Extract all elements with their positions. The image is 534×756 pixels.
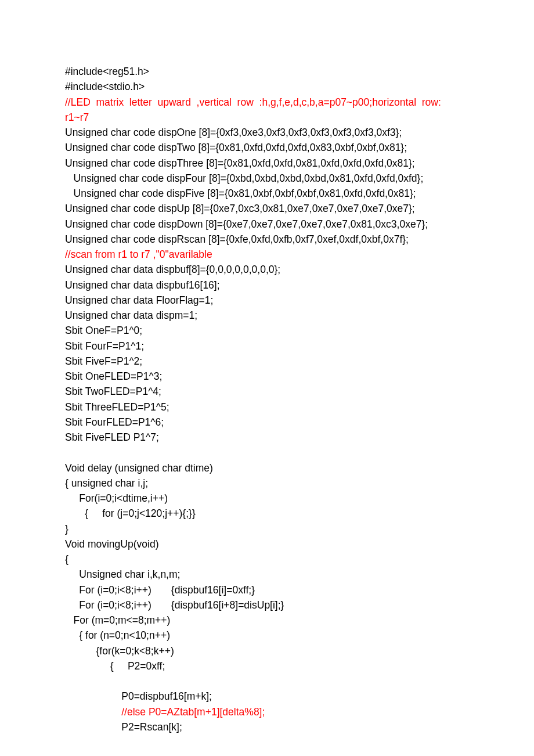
- code-line: Sbit FourFLED=P1^6;: [65, 415, 469, 430]
- code-text-run: Sbit FourFLED=P1^6;: [65, 416, 164, 428]
- code-text-run: For(i=0;i<dtime,i++): [65, 492, 168, 504]
- code-line: Unsigned char code dispDown [8]={0xe7,0x…: [65, 217, 469, 232]
- code-line: }: [65, 521, 469, 537]
- code-text-run: For (i=0;i<8;i++) {dispbuf16[i+8]=disUp[…: [65, 599, 284, 611]
- code-text-run: Unsigned char code dispRscan [8]={0xfe,0…: [65, 233, 409, 245]
- code-text-run: Unsigned char data dispbuf[8]={0,0,0,0,0…: [65, 264, 280, 275]
- code-line: Unsigned char code dispUp [8]={0xe7,0xc3…: [65, 201, 469, 216]
- code-text-run: #include<stdio.h>: [65, 81, 145, 92]
- code-text-run: Sbit FourF=P1^1;: [65, 340, 144, 352]
- code-line: Sbit OneF=P1^0;: [65, 323, 469, 338]
- code-text-run: Unsigned char code dispOne [8]={0xf3,0xe…: [65, 127, 402, 138]
- code-text-run: P2=Rscan[k];: [65, 721, 182, 733]
- code-text-run: #include<reg51.h>: [65, 66, 149, 77]
- code-line: Unsigned char code dispOne [8]={0xf3,0xe…: [65, 125, 469, 140]
- code-line: For(i=0;i<dtime,i++): [65, 491, 469, 506]
- code-line: { for (n=0;n<10;n++): [65, 628, 469, 643]
- code-text-content: #include<reg51.h>#include<stdio.h>//LED …: [65, 64, 469, 735]
- code-line: { for (j=0;j<120;j++){;}}: [65, 506, 469, 521]
- code-line: r1~r7: [65, 110, 469, 125]
- code-text-run: { P2=0xff;: [65, 660, 165, 672]
- code-line: For (m=0;m<=8;m++): [65, 613, 469, 628]
- code-text-run: Void movingUp(void): [65, 538, 158, 550]
- code-text-run: Unsigned char code dispFive [8]={0x81,0x…: [65, 188, 416, 199]
- code-text-run: Unsigned char data FloorFlag=1;: [65, 294, 213, 306]
- code-line: {: [65, 552, 469, 567]
- code-line: Sbit ThreeFLED=P1^5;: [65, 399, 469, 415]
- code-text-run: {: [65, 553, 68, 565]
- code-line: Sbit FiveF=P1^2;: [65, 354, 469, 369]
- code-line: Unsigned char code dispRscan [8]={0xfe,0…: [65, 232, 469, 247]
- code-line: Unsigned char code dispTwo [8]={0x81,0xf…: [65, 140, 469, 155]
- code-text-run: r1~r7: [65, 111, 89, 123]
- code-line: For (i=0;i<8;i++) {dispbuf16[i+8]=disUp[…: [65, 597, 469, 613]
- code-text-run: Unsigned char code dispTwo [8]={0x81,0xf…: [65, 142, 407, 153]
- code-text-run: Void delay (unsigned char dtime): [65, 462, 213, 474]
- code-line: Unsigned char code dispThree [8]={0x81,0…: [65, 156, 469, 171]
- code-text-run: { unsigned char i,j;: [65, 477, 148, 489]
- document-page: #include<reg51.h>#include<stdio.h>//LED …: [0, 0, 534, 756]
- code-text-run: { for (n=0;n<10;n++): [65, 629, 170, 641]
- code-line: //LED matrix letter upward ,vertical row…: [65, 95, 469, 110]
- code-text-run: { for (j=0;j<120;j++){;}}: [65, 507, 196, 519]
- code-text-run: {for(k=0;k<8;k++): [65, 645, 174, 657]
- code-line: #include<reg51.h>: [65, 64, 469, 79]
- code-text-run: }: [65, 523, 68, 535]
- code-line: Sbit OneFLED=P1^3;: [65, 369, 469, 384]
- code-line: Unsigned char data dispm=1;: [65, 308, 469, 323]
- code-text-run: Sbit OneF=P1^0;: [65, 325, 142, 336]
- code-text-run: For (i=0;i<8;i++) {dispbuf16[i]=0xff;}: [65, 584, 255, 596]
- code-text-run: P0=dispbuf16[m+k];: [65, 690, 212, 702]
- code-line: Unsigned char data dispbuf[8]={0,0,0,0,0…: [65, 262, 469, 277]
- code-text-run: Sbit ThreeFLED=P1^5;: [65, 401, 169, 413]
- code-line: //scan from r1 to r7 ,"0"avarilable: [65, 247, 469, 262]
- code-text-run: Sbit OneFLED=P1^3;: [65, 370, 162, 382]
- code-text-run: Sbit TwoFLED=P1^4;: [65, 386, 161, 397]
- code-text-run: Unsigned char code dispUp [8]={0xe7,0xc3…: [65, 203, 415, 214]
- code-text-run: Unsigned char code dispThree [8]={0x81,0…: [65, 157, 415, 169]
- code-line: { P2=0xff;: [65, 658, 469, 674]
- code-line: P0=dispbuf16[m+k];: [65, 689, 469, 704]
- code-line: #include<stdio.h>: [65, 79, 469, 94]
- code-line: Void delay (unsigned char dtime): [65, 460, 469, 476]
- code-line: For (i=0;i<8;i++) {dispbuf16[i]=0xff;}: [65, 582, 469, 597]
- code-line: Unsigned char data FloorFlag=1;: [65, 293, 469, 308]
- code-line: Unsigned char code dispFour [8]={0xbd,0x…: [65, 171, 469, 186]
- code-line: //else P0=AZtab[m+1][delta%8];: [65, 704, 469, 719]
- code-line: Unsigned char i,k,n,m;: [65, 567, 469, 582]
- code-text-run: Sbit FiveFLED P1^7;: [65, 431, 159, 443]
- code-line: Sbit FourF=P1^1;: [65, 339, 469, 354]
- code-line: Sbit FiveFLED P1^7;: [65, 430, 469, 445]
- code-text-run: Unsigned char data dispm=1;: [65, 309, 197, 321]
- code-line: { unsigned char i,j;: [65, 476, 469, 491]
- code-line: Unsigned char data dispbuf16[16];: [65, 278, 469, 293]
- code-text-run: //LED matrix letter upward ,vertical row…: [65, 96, 444, 108]
- code-line: P2=Rscan[k];: [65, 719, 469, 735]
- code-text-run: Sbit FiveF=P1^2;: [65, 355, 142, 367]
- code-text-run: //scan from r1 to r7 ,"0"avarilable: [65, 249, 212, 260]
- code-line: Sbit TwoFLED=P1^4;: [65, 384, 469, 399]
- code-text-run: Unsigned char i,k,n,m;: [65, 568, 180, 580]
- code-line: [65, 674, 469, 689]
- code-text-run: Unsigned char code dispFour [8]={0xbd,0x…: [65, 172, 423, 184]
- code-text-run: For (m=0;m<=8;m++): [65, 614, 170, 626]
- code-line: {for(k=0;k<8;k++): [65, 643, 469, 658]
- code-line: Void movingUp(void): [65, 537, 469, 552]
- code-line: [65, 445, 469, 460]
- code-text-run: Unsigned char code dispDown [8]={0xe7,0x…: [65, 218, 428, 230]
- code-line: Unsigned char code dispFive [8]={0x81,0x…: [65, 186, 469, 201]
- code-text-run: Unsigned char data dispbuf16[16];: [65, 279, 220, 291]
- code-text-run: //else P0=AZtab[m+1][delta%8];: [65, 706, 265, 718]
